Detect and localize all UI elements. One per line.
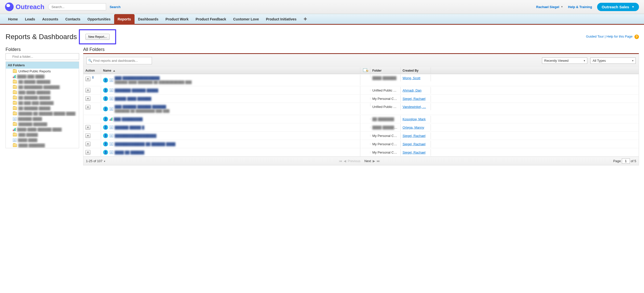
folder-item[interactable]: ████ ████ ██████ ████ (6, 127, 79, 132)
grid-header: Action Name Folder Created By (83, 67, 639, 74)
cell-name[interactable]: 👤███ ██████ ██████ █████████████ ██ ████… (101, 103, 360, 114)
cell-name[interactable]: 👤███ █████████ (101, 115, 360, 123)
grid-footer: 1-25 of 107 ▼ ⏮ ◀ Previous Next ▶ ⏭ Page (83, 157, 639, 165)
cell-created-by: Kosoglow, Mark (401, 116, 431, 123)
nav-tab-product-feedback[interactable]: Product Feedback (192, 14, 230, 24)
app-switcher[interactable]: Outreach Sales ▼ (597, 3, 639, 11)
col-created-by-header[interactable]: Created By (401, 67, 431, 74)
first-page-icon[interactable]: ⏮ (339, 159, 342, 163)
row-action-menu[interactable]: ▼ (85, 150, 90, 155)
cell-action: ▼ (83, 103, 101, 111)
nav-tab-reports[interactable]: Reports (114, 14, 135, 25)
range-selector[interactable]: 1-25 of 107 ▼ (86, 159, 106, 163)
cell-folder: ████ ████████ (370, 124, 401, 131)
nav-tab-contacts[interactable]: Contacts (62, 14, 84, 24)
col-folder-header[interactable]: Folder (370, 67, 401, 74)
type-filter-select[interactable]: All Types (590, 57, 636, 64)
row-action-menu[interactable]: ▼ (85, 125, 90, 130)
nav-tab-leads[interactable]: Leads (21, 14, 39, 24)
row-action-menu[interactable]: ▼ (85, 96, 90, 101)
download-icon[interactable] (91, 76, 95, 80)
nav-tab-product-work[interactable]: Product Work (162, 14, 192, 24)
cell-name[interactable]: 👤███ ██████████████████████ ████ ███████… (101, 75, 360, 85)
last-page-icon[interactable]: ⏭ (377, 159, 380, 163)
folder-item[interactable]: ████ ███████ (6, 143, 79, 148)
creator-link[interactable]: Siegel, Rachael (403, 142, 426, 146)
row-action-menu[interactable]: ▼ (85, 142, 90, 146)
prev-page-icon[interactable]: ◀ (344, 159, 346, 163)
view-filter-select[interactable]: Recently Viewed (542, 57, 587, 64)
creator-link[interactable]: Vandewinkel, … (403, 105, 426, 109)
help-training-link[interactable]: Help & Training (568, 5, 592, 9)
cell-schedule (360, 151, 370, 153)
chart-icon (13, 75, 16, 78)
previous-link[interactable]: Previous (348, 159, 361, 163)
folder-item[interactable]: ██ ███ ███ ██████ (6, 100, 79, 106)
folder-item[interactable]: ██ █████ ██████ (6, 79, 79, 84)
find-folder-input[interactable] (6, 53, 79, 60)
nav-tab-product-initiatives[interactable]: Product Initiatives (263, 14, 300, 24)
creator-link[interactable]: Siegel, Rachael (403, 97, 426, 101)
user-menu[interactable]: Rachael Siegel ▼ (536, 5, 563, 9)
cell-name[interactable]: 👤█████ ████ ██████ (101, 95, 360, 103)
folder-item[interactable]: ██ ████████ ███████ (6, 84, 79, 90)
app-logo[interactable]: Outreach (5, 3, 44, 11)
row-action-menu[interactable]: ▼ (85, 88, 90, 93)
help-icon[interactable]: ? (634, 35, 639, 39)
table-row: ▼👤████ ██ ██████My Personal C…Siegel, Ra… (83, 148, 639, 157)
cell-name[interactable]: 👤███████ ██████ █████ (101, 86, 360, 94)
col-schedule-header[interactable] (360, 67, 370, 74)
next-page-icon[interactable]: ▶ (373, 159, 375, 163)
page-number-input[interactable] (622, 158, 630, 164)
cell-extra (431, 97, 639, 100)
creator-link[interactable]: Siegel, Rachael (403, 151, 426, 154)
search-button[interactable]: Search (106, 3, 124, 10)
nav-tab-opportunities[interactable]: Opportunities (84, 14, 114, 24)
creator-link[interactable]: Wong, Scott (403, 76, 421, 80)
folder-item[interactable]: Unfiled Public Reports (6, 69, 79, 74)
folder-item[interactable]: ██████ ████ (6, 116, 79, 122)
col-action-header[interactable]: Action (83, 67, 101, 74)
cell-name[interactable]: 👤██████████████████ (101, 132, 360, 140)
creator-link[interactable]: Ortega, Manny (403, 126, 424, 129)
folder-item[interactable]: ████ ███ ████ (6, 74, 79, 79)
folder-item[interactable]: ████ ████ (6, 137, 79, 143)
cell-name[interactable]: 👤█████████████ ██ ██████ ████ (101, 140, 360, 148)
folder-item[interactable]: ██████ ██████ (6, 122, 79, 127)
cell-folder: My Personal C… (370, 95, 401, 102)
folder-item[interactable]: ███ ████ ██████ (6, 90, 79, 95)
nav-tab-home[interactable]: Home (5, 14, 21, 24)
nav-tab-dashboards[interactable]: Dashboards (135, 14, 162, 24)
folder-item[interactable]: ███ █████ (6, 132, 79, 137)
help-for-page-link[interactable]: Help for this Page (606, 35, 632, 38)
creator-link[interactable]: Kosoglow, Mark (403, 117, 426, 121)
new-report-button[interactable]: New Report... (85, 34, 109, 40)
guided-tour-link[interactable]: Guided Tour (586, 35, 604, 38)
nav-tab-customer-love[interactable]: Customer Love (230, 14, 263, 24)
creator-link[interactable]: Ahmadi, Dan (403, 89, 422, 92)
row-action-menu[interactable]: ▼ (85, 77, 90, 81)
report-name: ███ █████████ (114, 117, 143, 121)
creator-link[interactable]: Siegel, Rachael (403, 134, 426, 138)
folder-root[interactable]: All Folders (6, 62, 79, 69)
cell-name[interactable]: 👤██████ █████ █ (101, 123, 360, 131)
page-title: Reports & Dashboards (6, 33, 77, 41)
col-name-header[interactable]: Name (101, 67, 360, 74)
folder-label: ████ ███ ████ (17, 75, 45, 78)
row-action-menu[interactable]: ▼ (85, 105, 90, 109)
cell-name[interactable]: 👤████ ██ ██████ (101, 148, 360, 156)
all-folders-heading: All Folders (83, 47, 639, 52)
cell-created-by: Siegel, Rachael (401, 132, 431, 139)
folder-item[interactable]: ██████ ██ ██████ █████ ████ (6, 111, 79, 116)
folder-item[interactable]: ██ ██████ █████ (6, 95, 79, 100)
add-tab-button[interactable]: ✚ (300, 14, 310, 24)
search-input[interactable] (48, 3, 106, 10)
cell-schedule (360, 89, 370, 91)
row-action-menu[interactable]: ▼ (85, 133, 90, 138)
find-reports-input[interactable] (86, 57, 152, 64)
next-link[interactable]: Next (364, 159, 371, 163)
folder-item[interactable]: ██ ██████ █████ (6, 106, 79, 111)
cell-extra (431, 151, 639, 154)
nav-tab-accounts[interactable]: Accounts (39, 14, 62, 24)
schedule-icon (363, 68, 367, 72)
